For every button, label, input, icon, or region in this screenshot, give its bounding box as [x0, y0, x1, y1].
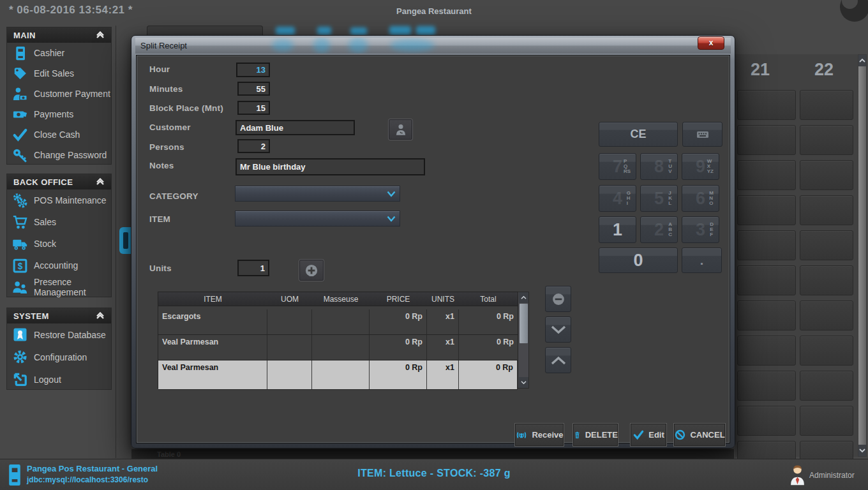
floor-slot[interactable] [800, 371, 853, 401]
receive-button[interactable]: Receive [514, 423, 564, 447]
persons-input[interactable] [237, 139, 270, 153]
sidebar-item-cashier[interactable]: Cashier [7, 43, 111, 63]
floor-scrollbar[interactable] [858, 54, 867, 457]
floor-slot[interactable] [737, 160, 796, 190]
scrollbar-thumb[interactable] [520, 304, 528, 343]
table-row-selected[interactable]: Veal Parmesan 0 Rp x1 0 Rp [158, 360, 518, 390]
floor-slot[interactable] [800, 125, 853, 155]
floor-slot[interactable] [800, 160, 853, 190]
cancel-button[interactable]: CANCEL [673, 423, 726, 447]
table-main: ITEM UOM Masseuse PRICE UNITS Total Esca… [158, 292, 518, 389]
scroll-up-icon[interactable] [519, 292, 528, 303]
keypad-clear-button[interactable]: CE [599, 122, 678, 147]
category-select[interactable] [235, 186, 400, 202]
sidebar-item-logout[interactable]: Logout [7, 368, 111, 390]
block-place-label: Block Place (Mnt) [149, 103, 223, 113]
sidebar-item-change-password[interactable]: Change Password [7, 145, 111, 165]
key-digit: 1 [599, 217, 636, 242]
remove-item-button[interactable] [545, 286, 571, 312]
block-place-input[interactable] [237, 101, 270, 115]
keypad-key-5[interactable]: 5J K L [640, 185, 678, 212]
scroll-down-icon[interactable] [858, 445, 866, 456]
col-header-item: ITEM [158, 295, 267, 304]
sidebar-item-close-cash[interactable]: Close Cash [7, 124, 111, 145]
keypad-key-3[interactable]: 3D E F [682, 216, 719, 243]
sidebar-item-label: Logout [34, 375, 61, 385]
sidebar-header-main[interactable]: MAIN [7, 27, 111, 43]
floor-slot[interactable] [737, 371, 796, 401]
close-button[interactable]: x [698, 36, 724, 50]
floor-slot[interactable] [737, 230, 796, 260]
table-scrollbar[interactable] [518, 292, 529, 389]
floor-slot[interactable] [737, 301, 796, 330]
keypad-key-7[interactable]: 7P Q RS [599, 153, 636, 180]
add-item-button[interactable] [299, 259, 324, 281]
keypad-key-decimal[interactable]: . [682, 248, 722, 273]
sidebar-header-system[interactable]: SYSTEM [7, 308, 111, 323]
sidebar-item-configuration[interactable]: Configuration [7, 346, 111, 368]
floor-slot[interactable] [800, 336, 853, 366]
keypad-key-9[interactable]: 9W X YZ [682, 153, 719, 180]
floor-slot[interactable] [737, 265, 796, 295]
cell-masseuse [312, 309, 370, 334]
scroll-down-icon[interactable] [519, 377, 528, 388]
item-select[interactable] [235, 211, 400, 226]
sidebar-item-sales[interactable]: Sales [7, 211, 111, 233]
edit-button[interactable]: Edit [630, 423, 667, 447]
floor-slot[interactable] [800, 230, 853, 260]
floor-slot[interactable] [800, 195, 853, 225]
hour-input[interactable] [236, 63, 270, 77]
units-input[interactable] [237, 260, 269, 276]
sidebar-item-restore-database[interactable]: Restore Database [7, 323, 111, 346]
sidebar-item-stock[interactable]: Stock [7, 233, 111, 255]
keypad-key-1[interactable]: 1 [599, 216, 636, 243]
background-toolbar-glow [350, 27, 367, 35]
delete-button[interactable]: DELETE [572, 423, 618, 447]
chevron-down-icon [387, 216, 396, 222]
floor-slot[interactable] [737, 90, 796, 120]
col-header-masseuse: Masseuse [312, 295, 370, 304]
key-letters: T U V [668, 159, 672, 174]
move-down-button[interactable] [545, 316, 571, 343]
sidebar-item-edit-sales[interactable]: Edit Sales [7, 63, 111, 84]
floor-slot[interactable] [800, 90, 853, 120]
sidebar-item-customer-payment[interactable]: Customer Payment [7, 84, 111, 104]
sidebar-item-payments[interactable]: Payments [7, 104, 111, 124]
keypad-key-2[interactable]: 2A B C [640, 216, 678, 243]
customer-input[interactable] [236, 120, 355, 135]
split-receipt-dialog: Split Receipt x Hour Minutes Block Place… [131, 35, 735, 449]
floor-slot[interactable] [737, 336, 796, 366]
sidebar-item-accounting[interactable]: $ Accounting [7, 255, 111, 276]
floor-slot[interactable] [737, 406, 796, 436]
table-row[interactable]: Veal Parmesan 0 Rp x1 0 Rp [158, 335, 518, 360]
trash-icon [573, 429, 581, 442]
keypad-key-4[interactable]: 4G H I [599, 185, 636, 212]
keyboard-toggle-button[interactable] [682, 122, 722, 147]
floor-slot[interactable] [737, 195, 796, 225]
keypad-key-0[interactable]: 0 [599, 248, 678, 273]
floor-slot[interactable] [737, 125, 796, 155]
persons-label: Persons [149, 142, 184, 152]
section-title: MAIN [13, 31, 36, 40]
dialog-titlebar[interactable]: Split Receipt [135, 38, 731, 54]
floor-slot[interactable] [800, 265, 853, 295]
select-customer-button[interactable] [388, 119, 413, 140]
scroll-up-icon[interactable] [858, 55, 866, 66]
floor-slot[interactable] [800, 406, 853, 436]
move-up-button[interactable] [545, 347, 571, 373]
edit-label: Edit [648, 430, 664, 440]
notes-input[interactable] [236, 158, 425, 175]
cell-units: x1 [427, 335, 459, 360]
background-toolbar-glow [276, 27, 295, 35]
sidebar-item-pos-maintenance[interactable]: POS Maintenance [7, 189, 111, 211]
cell-item: Veal Parmesan [158, 335, 267, 360]
check-icon [632, 429, 645, 441]
keypad-key-6[interactable]: 6M N O [682, 185, 719, 212]
keypad-key-8[interactable]: 8T U V [640, 153, 678, 180]
sidebar-item-presence-management[interactable]: Presence Management [7, 276, 111, 298]
minutes-input[interactable] [237, 82, 270, 96]
sidebar-header-back-office[interactable]: BACK OFFICE [7, 174, 111, 189]
table-row[interactable]: Escargots 0 Rp x1 0 Rp [158, 309, 518, 335]
floor-slot[interactable] [800, 301, 853, 330]
chevron-up-icon [96, 178, 105, 186]
